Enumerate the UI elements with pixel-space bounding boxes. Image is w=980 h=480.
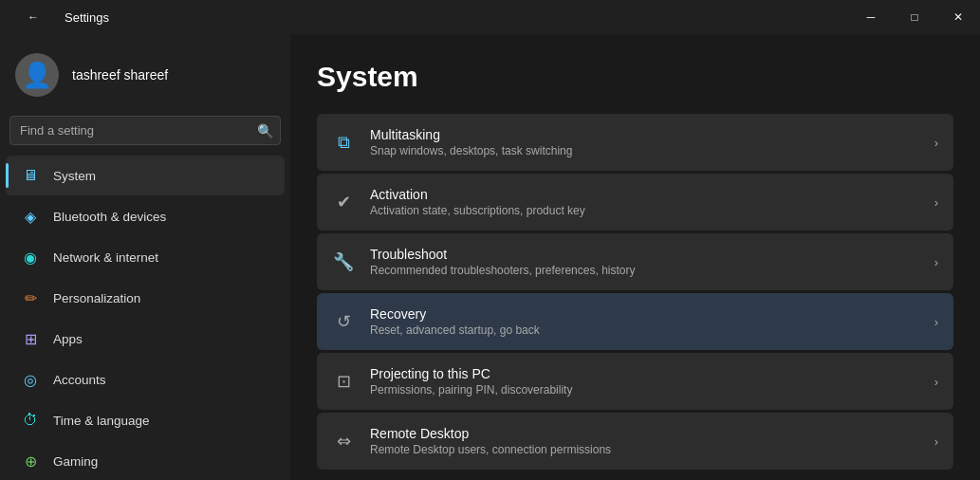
search-box: 🔍 — [9, 116, 281, 145]
bluetooth-icon: ◈ — [21, 207, 40, 226]
setting-item-text: Multitasking Snap windows, desktops, tas… — [370, 127, 919, 157]
titlebar: ← Settings ─ □ ✕ — [0, 0, 980, 34]
sidebar-item-label: Time & language — [53, 414, 150, 428]
setting-item-text: Remote Desktop Remote Desktop users, con… — [370, 426, 919, 456]
sidebar: 👤 tashreef shareef 🔍 🖥 System ◈ Bluetoot… — [0, 34, 290, 480]
back-button[interactable]: ← — [11, 0, 55, 34]
chevron-right-icon: › — [934, 315, 938, 329]
page-title: System — [317, 61, 953, 93]
setting-item-text: Activation Activation state, subscriptio… — [370, 187, 919, 217]
setting-item-projecting[interactable]: ⊡ Projecting to this PC Permissions, pai… — [317, 353, 953, 410]
titlebar-left: ← Settings — [11, 0, 109, 34]
setting-item-activation[interactable]: ✔ Activation Activation state, subscript… — [317, 174, 953, 231]
setting-item-desc: Activation state, subscriptions, product… — [370, 204, 919, 217]
sidebar-item-system[interactable]: 🖥 System — [6, 156, 285, 195]
sidebar-item-apps[interactable]: ⊞ Apps — [6, 319, 285, 359]
setting-item-desc: Snap windows, desktops, task switching — [370, 144, 919, 157]
close-button[interactable]: ✕ — [936, 0, 980, 34]
sidebar-item-label: Personalization — [53, 291, 140, 305]
apps-icon: ⊞ — [21, 329, 40, 348]
nav-list: 🖥 System ◈ Bluetooth & devices ◉ Network… — [0, 155, 290, 480]
chevron-right-icon: › — [934, 195, 938, 210]
chevron-right-icon: › — [934, 136, 938, 150]
avatar: 👤 — [15, 53, 59, 97]
sidebar-item-label: Accounts — [53, 373, 106, 387]
setting-item-title: Activation — [370, 187, 919, 202]
minimize-button[interactable]: ─ — [849, 0, 893, 34]
settings-list: ⧉ Multitasking Snap windows, desktops, t… — [317, 114, 953, 470]
sidebar-item-time-language[interactable]: ⏱ Time & language — [6, 400, 285, 440]
sidebar-item-accounts[interactable]: ◎ Accounts — [6, 360, 285, 399]
chevron-right-icon: › — [934, 434, 938, 449]
sidebar-item-network[interactable]: ◉ Network & internet — [6, 237, 285, 277]
troubleshoot-icon: 🔧 — [332, 250, 355, 273]
avatar-icon: 👤 — [22, 61, 52, 90]
sidebar-item-bluetooth[interactable]: ◈ Bluetooth & devices — [6, 196, 285, 236]
multitasking-icon: ⧉ — [332, 131, 355, 154]
setting-item-desc: Remote Desktop users, connection permiss… — [370, 443, 919, 456]
sidebar-item-label: Bluetooth & devices — [53, 210, 166, 224]
recovery-icon: ↺ — [332, 310, 355, 333]
app-body: 👤 tashreef shareef 🔍 🖥 System ◈ Bluetoot… — [0, 34, 980, 480]
user-name: tashreef shareef — [72, 67, 168, 83]
projecting-icon: ⊡ — [332, 370, 355, 393]
titlebar-controls: ─ □ ✕ — [849, 0, 980, 34]
setting-item-title: Recovery — [370, 306, 919, 322]
setting-item-desc: Permissions, pairing PIN, discoverabilit… — [370, 383, 919, 397]
user-profile[interactable]: 👤 tashreef shareef — [0, 34, 290, 112]
system-icon: 🖥 — [21, 166, 40, 185]
setting-item-troubleshoot[interactable]: 🔧 Troubleshoot Recommended troubleshoote… — [317, 233, 953, 290]
gaming-icon: ⊕ — [21, 452, 40, 471]
personalization-icon: ✏ — [21, 288, 40, 307]
activation-icon: ✔ — [332, 191, 355, 213]
sidebar-item-label: Network & internet — [53, 250, 158, 265]
sidebar-item-label: Apps — [53, 332, 83, 346]
setting-item-text: Troubleshoot Recommended troubleshooters… — [370, 247, 919, 277]
setting-item-text: Recovery Reset, advanced startup, go bac… — [370, 306, 919, 337]
setting-item-multitasking[interactable]: ⧉ Multitasking Snap windows, desktops, t… — [317, 114, 953, 171]
app-title: Settings — [65, 10, 109, 25]
accounts-icon: ◎ — [21, 370, 40, 389]
setting-item-desc: Reset, advanced startup, go back — [370, 323, 919, 337]
setting-item-title: Remote Desktop — [370, 426, 919, 441]
setting-item-title: Projecting to this PC — [370, 366, 919, 381]
chevron-right-icon: › — [934, 255, 938, 269]
remote-desktop-icon: ⇔ — [332, 430, 355, 452]
network-icon: ◉ — [21, 248, 40, 267]
setting-item-desc: Recommended troubleshooters, preferences… — [370, 264, 919, 277]
sidebar-item-label: Gaming — [53, 454, 98, 469]
maximize-button[interactable]: □ — [893, 0, 936, 34]
setting-item-title: Troubleshoot — [370, 247, 919, 262]
sidebar-item-personalization[interactable]: ✏ Personalization — [6, 278, 285, 318]
sidebar-item-label: System — [53, 169, 96, 183]
content-area: System ⧉ Multitasking Snap windows, desk… — [290, 34, 980, 480]
chevron-right-icon: › — [934, 375, 938, 389]
setting-item-title: Multitasking — [370, 127, 919, 142]
setting-item-text: Projecting to this PC Permissions, pairi… — [370, 366, 919, 397]
sidebar-item-gaming[interactable]: ⊕ Gaming — [6, 441, 285, 480]
setting-item-recovery[interactable]: ↺ Recovery Reset, advanced startup, go b… — [317, 293, 953, 350]
search-icon[interactable]: 🔍 — [257, 123, 273, 138]
setting-item-remote-desktop[interactable]: ⇔ Remote Desktop Remote Desktop users, c… — [317, 413, 953, 470]
search-input[interactable] — [9, 116, 281, 145]
time-language-icon: ⏱ — [21, 411, 40, 430]
